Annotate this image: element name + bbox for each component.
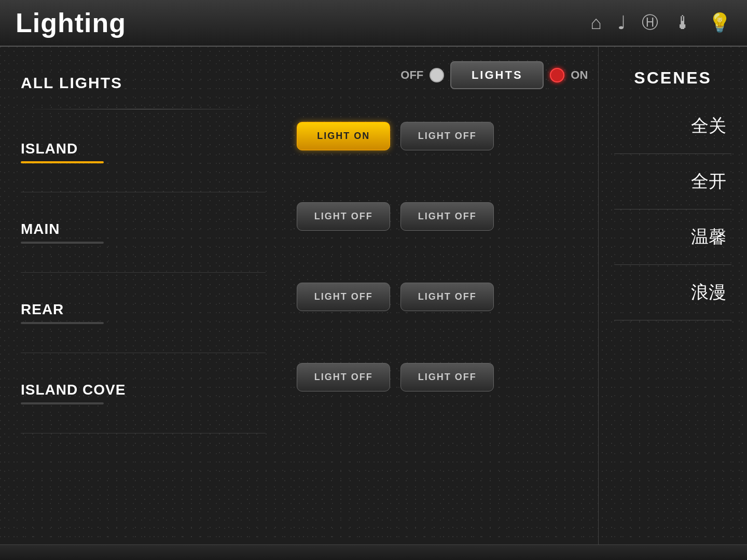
main-light-off-button-1[interactable]: LIGHT OFF [297, 202, 390, 231]
scene-label-quanguan: 全关 [691, 114, 726, 138]
header-icons: ⌂ ♩ Ⓗ 🌡 💡 [590, 11, 731, 34]
zone-underline-island-cove [21, 402, 104, 404]
scene-item-langman[interactable]: 浪漫 [614, 265, 731, 320]
zone-info-rear: REAR [21, 301, 135, 324]
toggle-dot-off[interactable] [430, 68, 444, 82]
temperature-icon[interactable]: 🌡 [674, 12, 693, 34]
scene-label-langman: 浪漫 [691, 281, 726, 304]
music-icon[interactable]: ♩ [617, 12, 626, 34]
scene-item-quanguan[interactable]: 全关 [614, 99, 731, 154]
all-lights-label: ALL LIGHTS [21, 74, 150, 92]
zone-info-island: ISLAND [21, 141, 135, 163]
zone-name-rear: REAR [21, 301, 135, 318]
island-light-off-button[interactable]: LIGHT OFF [400, 122, 494, 150]
main-light-off-button-2[interactable]: LIGHT OFF [400, 202, 494, 231]
bluray-icon[interactable]: Ⓗ [642, 11, 658, 34]
header: Lighting ⌂ ♩ Ⓗ 🌡 💡 [0, 0, 747, 47]
page-title: Lighting [16, 7, 126, 38]
toggle-off-label: OFF [400, 68, 423, 82]
zone-row-main: MAIN [21, 192, 266, 273]
zone-name-main: MAIN [21, 221, 135, 237]
light-bulb-icon[interactable]: 💡 [708, 12, 731, 34]
island-cove-light-off-button-1[interactable]: LIGHT OFF [297, 363, 390, 391]
scenes-header: SCENES [614, 57, 731, 99]
zone-underline-island [21, 161, 104, 163]
zone-underline-rear [21, 322, 104, 324]
toggle-dot-on[interactable] [550, 68, 564, 82]
all-lights-controls: OFF LIGHTS ON [297, 54, 588, 96]
all-lights-divider [21, 109, 266, 109]
island-light-on-button[interactable]: LIGHT ON [297, 122, 390, 150]
toggle-area: OFF LIGHTS ON [400, 61, 588, 89]
island-cove-light-off-button-2[interactable]: LIGHT OFF [400, 363, 494, 391]
toggle-on-label: ON [571, 68, 588, 82]
zone-row-island-cove: ISLAND COVE [21, 353, 266, 433]
footer [0, 544, 747, 560]
center-panel: OFF LIGHTS ON LIGHT ON LIGHT OFF LIGHT O… [286, 47, 598, 544]
zone-row-rear: REAR [21, 273, 266, 353]
all-lights-bar: ALL LIGHTS [21, 62, 266, 104]
zone-name-island: ISLAND [21, 141, 135, 157]
scene-label-wenxin: 温馨 [691, 225, 726, 249]
zone-name-island-cove: ISLAND COVE [21, 382, 135, 398]
center-row-island: LIGHT ON LIGHT OFF [297, 96, 588, 176]
center-row-island-cove: LIGHT OFF LIGHT OFF [297, 337, 588, 417]
center-row-main: LIGHT OFF LIGHT OFF [297, 176, 588, 257]
left-panel: ALL LIGHTS ISLAND MAIN REAR [0, 47, 286, 544]
zone-info-island-cove: ISLAND COVE [21, 382, 135, 404]
home-icon[interactable]: ⌂ [590, 12, 602, 34]
lights-main-button[interactable]: LIGHTS [450, 61, 544, 89]
zone-info-main: MAIN [21, 221, 135, 244]
rear-light-off-button-2[interactable]: LIGHT OFF [400, 283, 494, 311]
main-content: ALL LIGHTS ISLAND MAIN REAR [0, 47, 747, 544]
rear-light-off-button-1[interactable]: LIGHT OFF [297, 283, 390, 311]
zone-row-island: ISLAND [21, 112, 266, 192]
scene-item-wenxin[interactable]: 温馨 [614, 209, 731, 265]
scene-item-quankai[interactable]: 全开 [614, 154, 731, 209]
zone-underline-main [21, 242, 104, 244]
center-row-rear: LIGHT OFF LIGHT OFF [297, 257, 588, 337]
right-panel: SCENES 全关 全开 温馨 浪漫 [598, 47, 747, 544]
scene-label-quankai: 全开 [691, 170, 726, 193]
